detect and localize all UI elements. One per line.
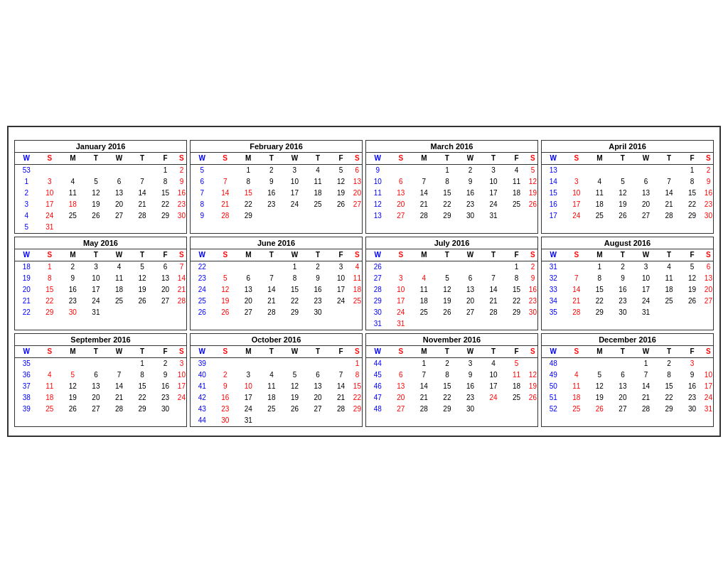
table-cell: 12 [61,381,85,392]
table-cell: 25 [107,296,131,307]
table-cell: 27 [107,210,131,222]
table-cell: 5 [680,261,704,273]
table-cell: 20 [85,392,108,404]
table-cell: 26 [588,404,611,415]
table-cell: 27 [306,404,330,415]
table-cell: 15 [353,381,362,392]
table-cell [214,261,237,273]
table-cell: 1 [412,357,436,369]
table-row: 19891011121314 [15,273,186,284]
table-cell: 23 [459,392,482,404]
table-cell: 11 [565,381,589,392]
col-header-7: S [177,346,186,358]
table-cell: 8 [191,199,213,210]
table-row: 1724252627282930 [542,210,713,222]
table-cell: 4 [15,210,38,222]
table-cell: 8 [436,369,459,381]
table-cell: 5 [436,273,459,284]
month-title: January 2016 [15,141,186,153]
table-cell [131,307,154,318]
table-cell: 49 [542,369,565,381]
table-cell: 13 [353,176,362,188]
table-cell: 26 [528,392,537,404]
table-cell [283,210,306,222]
table-cell: 7 [658,176,681,188]
month-9: September 2016WSMTWTFS351233645678910371… [14,333,187,427]
table-cell: 9 [306,273,330,284]
table-cell [658,164,681,176]
table-cell: 26 [214,307,237,318]
table-cell: 10 [390,284,413,296]
col-header-0: W [542,346,565,358]
col-header-3: T [436,249,459,261]
table-cell: 5 [214,273,237,284]
table-cell [505,404,528,415]
table-cell: 16 [177,188,186,199]
table-cell: 1 [237,164,260,176]
table-row: 531 [15,222,186,233]
table-cell: 26 [680,296,704,307]
table-row: 2015161718192021 [15,284,186,296]
col-header-6: F [329,346,353,358]
table-cell: 4 [306,164,330,176]
table-row: 5123456 [191,164,362,176]
table-cell: 26 [283,404,306,415]
table-cell: 29 [38,307,62,318]
table-cell: 5 [191,164,213,176]
table-cell: 16 [459,381,482,392]
table-cell: 16 [680,381,704,392]
table-cell: 32 [542,273,565,284]
table-cell: 2 [15,188,38,199]
table-cell: 13 [704,273,713,284]
table-cell: 3 [38,176,62,188]
table-cell: 31 [237,415,260,426]
table-cell: 7 [191,188,213,199]
table-cell: 16 [154,381,177,392]
col-header-5: T [658,346,681,358]
table-cell [213,164,237,176]
table-row: 2412131415161718 [191,284,362,296]
table-cell: 13 [634,188,658,199]
col-header-0: W [191,249,214,261]
col-header-1: S [38,153,62,165]
table-cell: 2 [459,164,482,176]
table-cell: 25 [260,404,284,415]
table-cell [131,164,154,176]
table-cell: 11 [38,381,62,392]
table-cell: 4 [565,369,589,381]
col-header-0: W [366,346,390,358]
table-cell [38,357,62,369]
col-header-5: T [306,346,330,358]
col-header-0: W [366,249,390,261]
month-7: July 2016WSMTWTFS26122734567892810111213… [365,237,538,330]
table-cell [260,261,284,273]
table-cell: 6 [353,164,362,176]
table-cell: 12 [680,273,704,284]
table-cell: 15 [131,381,154,392]
table-cell: 24 [565,210,589,222]
table-cell: 18 [260,392,284,404]
table-cell: 9 [704,176,713,188]
table-cell: 16 [528,284,537,296]
footer [14,427,714,430]
col-header-1: S [38,346,62,358]
table-cell: 5 [283,369,306,381]
col-header-5: T [658,153,681,165]
table-cell: 18 [658,284,681,296]
table-cell [85,164,108,176]
col-header-7: S [528,346,537,358]
col-header-2: M [412,153,436,165]
col-header-2: M [588,249,611,261]
table-cell: 7 [482,273,505,284]
col-header-1: S [214,249,237,261]
col-header-7: S [704,153,713,165]
col-header-3: T [436,346,459,358]
table-cell: 2 [436,357,459,369]
table-row: 5312 [15,164,186,176]
month-12: December 2016WSMTWTFS4812349456789105011… [541,333,714,427]
table-cell [61,357,85,369]
table-cell: 24 [191,284,214,296]
table-cell: 6 [306,369,330,381]
table-cell: 21 [412,199,436,210]
table-cell: 14 [565,284,589,296]
